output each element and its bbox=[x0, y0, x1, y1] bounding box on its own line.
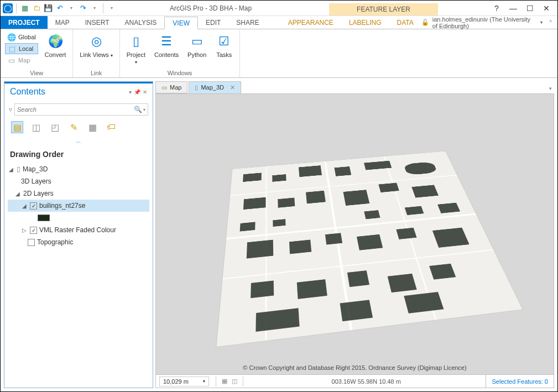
expand-icon[interactable]: ◢ bbox=[14, 191, 21, 197]
map-label: Map bbox=[18, 57, 30, 64]
project-pane-button[interactable]: ▯ Project▾ bbox=[124, 32, 148, 66]
list-by-selection-icon[interactable]: ◰ bbox=[49, 121, 61, 133]
contents-title: Contents bbox=[10, 87, 45, 97]
tree-map-label: Map_3D bbox=[23, 165, 48, 173]
convert-button[interactable]: 🌍 Convert bbox=[43, 32, 69, 59]
search-icon[interactable]: 🔍 bbox=[134, 106, 142, 113]
convert-label: Convert bbox=[45, 51, 66, 58]
python-button[interactable]: ▭ Python bbox=[185, 32, 208, 59]
tree-map-root[interactable]: ◢ ▯ Map_3D bbox=[8, 163, 149, 175]
global-label: Global bbox=[18, 34, 36, 40]
scene-icon: ▯ bbox=[17, 165, 20, 173]
status-tool-icon-1[interactable]: ▦ bbox=[220, 378, 230, 385]
tree-layer-vml[interactable]: ▷ ✓ VML Raster Faded Colour bbox=[8, 224, 149, 236]
ribbon-group-windows: ▯ Project▾ ☰ Contents ▭ Python ☑ Tasks W… bbox=[120, 29, 241, 77]
search-dropdown-icon[interactable]: ▾ bbox=[143, 107, 145, 112]
link-views-button[interactable]: ◎ Link Views ▾ bbox=[77, 32, 114, 60]
layer-checkbox[interactable]: ✓ bbox=[30, 227, 37, 234]
save-icon[interactable]: 💾 bbox=[43, 3, 53, 13]
tab-labeling[interactable]: LABELING bbox=[341, 16, 389, 29]
ribbon-group-view: 🌐Global ⬚Local ▭Map 🌍 Convert View bbox=[1, 29, 73, 77]
tree-layer-topo[interactable]: Topographic bbox=[8, 236, 149, 248]
global-button[interactable]: 🌐Global bbox=[5, 32, 38, 43]
app-icon[interactable]: ◯ bbox=[3, 3, 13, 13]
pane-close-icon[interactable]: ✕ bbox=[143, 89, 147, 95]
tasks-button[interactable]: ☑ Tasks bbox=[213, 32, 235, 59]
help-button[interactable]: ? bbox=[491, 3, 502, 14]
user-area[interactable]: 🔓 ian.holmes_edinuniv (The University of… bbox=[421, 16, 557, 29]
scene-tab-icon: ▯ bbox=[195, 84, 198, 91]
list-by-source-icon[interactable]: ◫ bbox=[30, 121, 42, 133]
close-tab-icon[interactable]: ✕ bbox=[230, 84, 235, 91]
tab-project[interactable]: PROJECT bbox=[1, 16, 48, 29]
tab-analysis[interactable]: ANALYSIS bbox=[117, 16, 165, 29]
tab-share[interactable]: SHARE bbox=[228, 16, 267, 29]
tab-insert[interactable]: INSERT bbox=[77, 16, 117, 29]
tree-layer-buildings[interactable]: ◢ ✓ builings_nt27se bbox=[8, 200, 149, 212]
list-by-editing-icon[interactable]: ✎ bbox=[67, 121, 80, 133]
contents-header: Contents ▾ 📌 ✕ bbox=[4, 82, 153, 101]
tab-appearance[interactable]: APPEARANCE bbox=[280, 16, 341, 29]
layer-checkbox[interactable]: ✓ bbox=[30, 202, 37, 210]
tree-2d-layers[interactable]: ◢ 2D Layers bbox=[8, 187, 149, 200]
symbol-swatch[interactable] bbox=[38, 215, 50, 221]
tasks-icon: ☑ bbox=[215, 33, 233, 50]
ribbon-collapse-icon[interactable]: ^ bbox=[549, 19, 552, 25]
map-tabs: ▭ Map ▯ Map_3D ✕ ▾ bbox=[155, 81, 554, 93]
minimize-button[interactable]: — bbox=[508, 3, 519, 14]
layer-checkbox[interactable] bbox=[28, 239, 35, 246]
search-input[interactable] bbox=[17, 106, 134, 113]
pane-options-icon[interactable]: ▾ bbox=[129, 89, 132, 95]
expand-icon[interactable]: ◢ bbox=[21, 203, 28, 209]
map-tab-map[interactable]: ▭ Map bbox=[155, 81, 187, 93]
tree-3d-label: 3D Layers bbox=[21, 177, 51, 185]
search-box[interactable]: 🔍 ▾ bbox=[14, 103, 148, 116]
open-icon[interactable]: 🗀 bbox=[32, 3, 41, 13]
tree-layer-swatch[interactable] bbox=[8, 212, 149, 224]
map-attribution: © Crown Copyright and Database Right 201… bbox=[156, 364, 554, 371]
close-button[interactable]: ✕ bbox=[541, 3, 552, 14]
group-label-link: Link bbox=[77, 69, 114, 76]
list-by-drawing-order-icon[interactable]: ▤ bbox=[11, 121, 23, 133]
layer-vml-label: VML Raster Faded Colour bbox=[39, 226, 116, 234]
map-tab-icon: ▭ bbox=[161, 84, 167, 91]
maximize-button[interactable]: ☐ bbox=[524, 3, 535, 14]
contents-pane-button[interactable]: ☰ Contents bbox=[152, 32, 181, 59]
scale-selector[interactable]: 10,029 m ▾ bbox=[159, 377, 209, 386]
redo-dropdown-icon[interactable]: ▾ bbox=[90, 3, 100, 13]
layer-topo-label: Topographic bbox=[37, 238, 73, 246]
qat-customize-icon[interactable]: ▾ bbox=[107, 3, 117, 13]
python-icon: ▭ bbox=[188, 33, 206, 50]
collapse-icon[interactable]: ︿ bbox=[4, 137, 153, 147]
tab-map[interactable]: MAP bbox=[48, 16, 77, 29]
map-tab-map3d[interactable]: ▯ Map_3D ✕ bbox=[189, 81, 241, 93]
filter-icon[interactable]: ▿ bbox=[9, 106, 12, 113]
list-by-labeling-icon[interactable]: 🏷 bbox=[105, 121, 117, 133]
status-tool-icon-2[interactable]: ◫ bbox=[230, 378, 239, 385]
expand-icon[interactable]: ◢ bbox=[8, 166, 14, 173]
tab-overflow-icon[interactable]: ▾ bbox=[547, 83, 554, 93]
context-tab-label: FEATURE LAYER bbox=[329, 3, 438, 15]
status-bar: 10,029 m ▾ ▦ ◫ 003.16W 55.98N 10.48 m Se… bbox=[155, 375, 554, 388]
tasks-label: Tasks bbox=[216, 51, 232, 58]
project-pane-label: Project▾ bbox=[127, 51, 145, 65]
map-button[interactable]: ▭Map bbox=[5, 55, 38, 66]
python-label: Python bbox=[187, 51, 206, 58]
expand-icon[interactable]: ▷ bbox=[21, 227, 28, 233]
tab-edit[interactable]: EDIT bbox=[198, 16, 228, 29]
tab-view[interactable]: VIEW bbox=[164, 17, 198, 29]
map-view[interactable]: © Crown Copyright and Database Right 201… bbox=[155, 93, 554, 375]
pane-pin-icon[interactable]: 📌 bbox=[134, 89, 140, 95]
local-button[interactable]: ⬚Local bbox=[5, 43, 38, 54]
drawing-order-heading: Drawing Order bbox=[4, 147, 153, 162]
user-dropdown-icon: ▾ bbox=[540, 20, 543, 25]
undo-icon[interactable]: ↶ bbox=[55, 3, 65, 13]
undo-dropdown-icon[interactable]: ▾ bbox=[66, 3, 76, 13]
new-icon[interactable]: ▦ bbox=[20, 3, 30, 13]
list-by-snapping-icon[interactable]: ▦ bbox=[86, 121, 98, 133]
tab-data[interactable]: DATA bbox=[389, 16, 421, 29]
redo-icon[interactable]: ↷ bbox=[78, 3, 88, 13]
status-selected[interactable]: Selected Features: 0 bbox=[486, 375, 554, 388]
map-area: ▭ Map ▯ Map_3D ✕ ▾ bbox=[155, 81, 554, 388]
tree-3d-layers[interactable]: 3D Layers bbox=[8, 175, 149, 187]
